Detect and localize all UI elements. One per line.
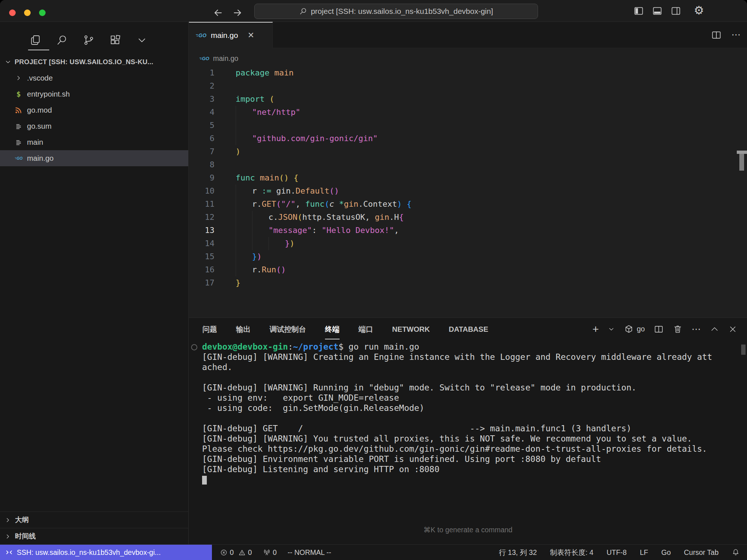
gomod-icon [15,106,23,114]
file-item-entrypoint.sh[interactable]: $entrypoint.sh [0,86,188,102]
terminal-line: [GIN-debug] [WARNING] Creating an Engine… [202,352,732,362]
split-editor-icon[interactable] [711,30,722,40]
cursor-tab-status[interactable]: Cursor Tab [684,548,719,557]
source-control-icon[interactable] [83,34,94,46]
notifications-bell-icon[interactable] [732,548,740,556]
window-close-button[interactable] [9,9,16,16]
code-line: c.JSON(http.StatusOK, gin.H{ [236,211,736,224]
panel-tab-问题[interactable]: 问题 [202,324,217,334]
file-name: go.sum [27,122,51,131]
panel-actions: + go ⋯ [592,324,738,334]
line-number: 2 [189,79,214,93]
file-list: .vscode$entrypoint.shgo.modgo.summainGOm… [0,70,188,166]
code-content: package mainimport ("net/http""github.co… [236,66,736,289]
terminal-scrollbar[interactable] [741,345,746,355]
breadcrumb[interactable]: GO main.go [199,50,238,66]
file-item-.vscode[interactable]: .vscode [0,70,188,86]
new-terminal-icon[interactable]: + [592,324,599,334]
terminal-instance-tab[interactable]: go [624,324,645,334]
window-minimize-button[interactable] [24,9,31,16]
command-decoration-icon[interactable] [191,344,197,350]
editor-more-actions-icon[interactable]: ⋯ [731,29,741,40]
explorer-icon[interactable] [30,34,41,46]
warning-count: 0 [248,548,252,557]
line-number: 11 [189,198,214,211]
command-center-title: project [SSH: usw.sailos.io_ns-ku1b53vh_… [311,7,493,16]
panel-tab-输出[interactable]: 输出 [236,324,251,334]
problems-status[interactable]: 0 0 [220,548,252,557]
panel-tab-DATABASE[interactable]: DATABASE [449,325,488,334]
panel-more-actions-icon[interactable]: ⋯ [692,324,701,334]
vscode-window: project [SSH: usw.sailos.io_ns-ku1b53vh_… [0,0,747,560]
maximize-panel-icon[interactable] [710,324,719,334]
search-icon[interactable] [56,34,68,46]
navigate-forward-icon[interactable] [232,7,243,18]
line-number: 6 [189,132,214,145]
code-line: } [236,276,736,289]
file-item-main[interactable]: main [0,134,188,150]
chevron-down-icon [4,58,12,66]
terminal-dropdown-icon[interactable] [608,326,615,333]
remote-icon [5,548,13,556]
svg-text:GO: GO [198,32,206,38]
svg-text:GO: GO [202,56,209,61]
views-more-icon[interactable] [136,34,148,46]
sidebar-section-timeline[interactable]: 时间线 [0,528,188,544]
toggle-primary-sidebar-icon[interactable] [633,5,644,16]
overview-ruler-cursor-marker [739,154,744,171]
sidebar-explorer: PROJECT [SSH: USW.SAILOS.IO_NS-KU... .vs… [0,22,189,544]
tab-main-go[interactable]: GO main.go ✕ [189,22,273,48]
window-zoom-button[interactable] [39,9,46,16]
code-line: "message": "Hello Devbox!", [236,224,736,237]
settings-gear-icon[interactable]: ⚙ [694,4,704,17]
terminal-line: devbox@devbox-gin:~/project$ go run main… [202,342,732,352]
cursor-position-status[interactable]: 行 13, 列 32 [499,548,537,557]
vim-mode-indicator[interactable]: -- NORMAL -- [288,548,332,557]
bottom-panel: 问题输出调试控制台终端端口NETWORKDATABASE + go ⋯ [189,318,747,544]
panel-tab-终端[interactable]: 终端 [325,324,340,334]
line-number: 9 [189,171,214,184]
code-line: "net/http" [236,106,736,119]
file-item-main.go[interactable]: GOmain.go [0,150,188,166]
go-icon: GO [15,154,23,162]
terminal-line: - using code: gin.SetMode(gin.ReleaseMod… [202,403,732,413]
file-item-go.mod[interactable]: go.mod [0,102,188,118]
close-panel-icon[interactable] [728,324,738,334]
sidebar-section-outline[interactable]: 大纲 [0,512,188,528]
file-item-go.sum[interactable]: go.sum [0,118,188,134]
terminal-output[interactable]: devbox@devbox-gin:~/project$ go run main… [202,342,732,487]
navigate-back-icon[interactable] [213,7,224,18]
active-view-underline [28,50,49,50]
extensions-icon[interactable] [109,34,121,46]
line-number: 7 [189,145,214,158]
kill-terminal-icon[interactable] [673,324,683,334]
terminal-line [202,372,732,382]
panel-tab-调试控制台[interactable]: 调试控制台 [270,324,306,334]
code-line: import ( [236,93,736,106]
terminal-line [202,474,732,485]
split-terminal-icon[interactable] [654,324,664,334]
list-icon [15,138,23,146]
command-center[interactable]: project [SSH: usw.sailos.io_ns-ku1b53vh_… [254,4,538,19]
ports-status[interactable]: 0 [263,548,277,557]
indentation-status[interactable]: 制表符长度: 4 [550,548,593,557]
terminal-line: [GIN-debug] Listening and serving HTTP o… [202,464,732,474]
tab-close-icon[interactable]: ✕ [248,31,254,40]
code-editor[interactable]: 1234567891011121314151617 package mainim… [189,66,747,318]
toggle-secondary-sidebar-icon[interactable] [670,5,681,16]
toggle-panel-icon[interactable] [652,5,663,16]
remote-label: SSH: usw.sailos.io_ns-ku1b53vh_devbox-gi… [17,548,161,557]
breadcrumb-item: main.go [213,54,238,63]
scrollbar-slider[interactable] [737,151,747,154]
section-label: 时间线 [15,532,36,541]
eol-status[interactable]: LF [640,548,648,557]
code-line [236,79,736,93]
panel-tab-NETWORK[interactable]: NETWORK [392,325,430,334]
language-mode-status[interactable]: Go [661,548,671,557]
encoding-status[interactable]: UTF-8 [607,548,627,557]
remote-indicator[interactable]: SSH: usw.sailos.io_ns-ku1b53vh_devbox-gi… [0,545,212,560]
editor-tab-bar: GO main.go ✕ ⋯ [189,22,747,48]
explorer-section-header[interactable]: PROJECT [SSH: USW.SAILOS.IO_NS-KU... [0,54,188,70]
panel-tab-端口[interactable]: 端口 [359,324,373,334]
code-line: }) [236,237,736,250]
